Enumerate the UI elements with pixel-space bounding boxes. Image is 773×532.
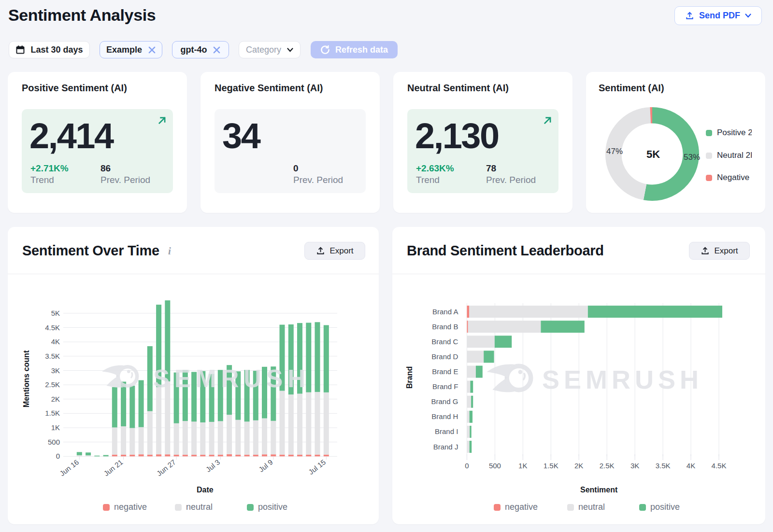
svg-text:Brand A: Brand A: [432, 308, 458, 316]
svg-text:4.5K: 4.5K: [712, 462, 727, 470]
svg-text:Jun 16: Jun 16: [58, 458, 80, 477]
svg-text:Brand E: Brand E: [432, 367, 458, 376]
svg-text:3K: 3K: [630, 462, 639, 470]
svg-text:1K: 1K: [518, 462, 527, 470]
svg-text:0: 0: [465, 462, 469, 470]
svg-text:2.5K: 2.5K: [600, 462, 615, 470]
svg-text:Jul 3: Jul 3: [204, 458, 221, 474]
svg-text:Jul 15: Jul 15: [307, 458, 327, 476]
svg-text:Brand I: Brand I: [435, 427, 458, 435]
svg-text:Jun 21: Jun 21: [102, 458, 124, 477]
svg-text:500: 500: [489, 462, 501, 470]
svg-text:5K: 5K: [51, 309, 60, 317]
svg-text:SEMRUSH: SEMRUSH: [542, 365, 703, 394]
svg-text:0: 0: [56, 452, 60, 460]
svg-text:3.5K: 3.5K: [45, 352, 60, 360]
svg-text:500: 500: [48, 438, 60, 446]
svg-text:Brand C: Brand C: [431, 337, 458, 346]
svg-text:Brand G: Brand G: [431, 397, 458, 406]
svg-text:Brand D: Brand D: [431, 352, 458, 361]
svg-text:1.5K: 1.5K: [544, 462, 558, 470]
svg-text:2K: 2K: [574, 462, 583, 470]
svg-text:SEMRUSH: SEMRUSH: [153, 365, 310, 392]
svg-text:4.5K: 4.5K: [45, 323, 60, 332]
svg-text:4K: 4K: [51, 337, 60, 346]
svg-text:3K: 3K: [51, 366, 60, 375]
svg-text:4K: 4K: [687, 462, 695, 470]
svg-text:Jul 9: Jul 9: [257, 458, 274, 474]
svg-text:3.5K: 3.5K: [656, 462, 671, 470]
svg-text:Jun 27: Jun 27: [155, 458, 177, 477]
svg-text:1K: 1K: [51, 423, 60, 432]
svg-text:Brand J: Brand J: [433, 443, 458, 451]
svg-text:Brand B: Brand B: [432, 322, 458, 331]
svg-text:1.5K: 1.5K: [45, 409, 60, 417]
svg-text:Brand H: Brand H: [431, 412, 458, 420]
svg-text:Brand F: Brand F: [432, 382, 458, 391]
svg-text:2.5K: 2.5K: [45, 380, 60, 389]
svg-text:2K: 2K: [51, 395, 60, 403]
